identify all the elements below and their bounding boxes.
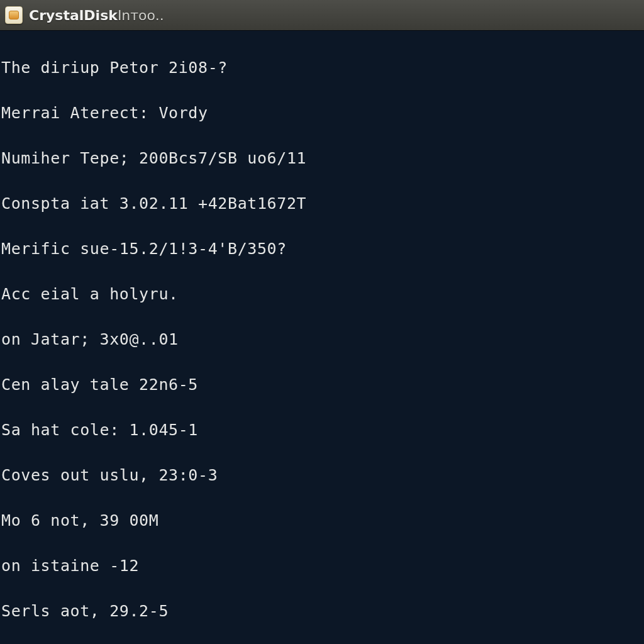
window-title: CrystalDiskInтoo.. xyxy=(29,8,164,23)
output-line: Mo 6 not, 39 00M xyxy=(0,509,644,532)
output-line: Numiher Tepe; 200Bcs7/SB uo6/11 xyxy=(0,147,644,170)
output-line: Acc eial a holyru. xyxy=(0,283,644,306)
titlebar[interactable]: CrystalDiskInтoo.. xyxy=(0,0,644,30)
output-line: Cen alay tale 22n6-5 xyxy=(0,374,644,396)
output-line: Conspta iat 3.02.11 +42Bat1672T xyxy=(0,192,644,215)
drive-icon xyxy=(5,6,23,24)
output-line: The diriup Petor 2i08-? xyxy=(0,57,644,79)
output-line: Merrai Aterect: Vordy xyxy=(0,102,644,125)
output-line: Coves out uslu, 23:0-3 xyxy=(0,464,644,487)
output-line: Serls aot, 29.2-5 xyxy=(0,600,644,623)
output-line: Merific sue-15.2/1!3-4'B/350? xyxy=(0,238,644,260)
output-line: on Jatar; 3x0@..01 xyxy=(0,328,644,351)
title-main: CrystalDisk xyxy=(29,8,118,23)
title-sub: Inтoo.. xyxy=(118,8,164,23)
output-line: on istaine -12 xyxy=(0,555,644,577)
output-line: Sa hat cole: 1.045-1 xyxy=(0,419,644,441)
terminal-output[interactable]: The diriup Petor 2i08-? Merrai Aterect: … xyxy=(0,30,644,644)
